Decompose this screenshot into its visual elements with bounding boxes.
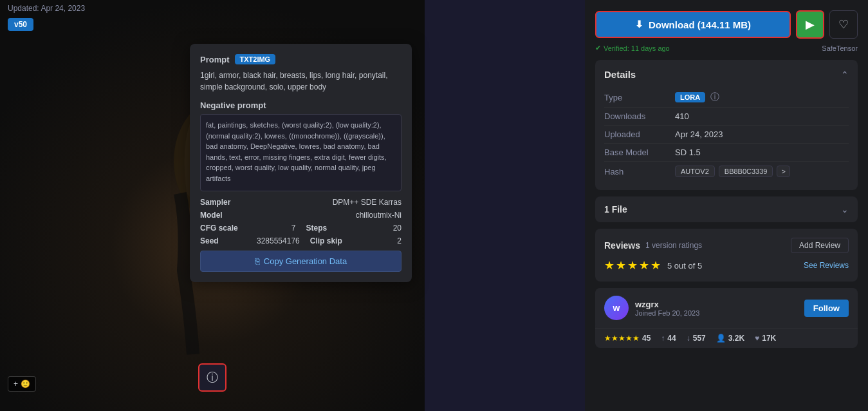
reviews-title: Reviews <box>604 240 640 251</box>
clip-val: 2 <box>367 236 402 245</box>
version-badge[interactable]: v50 <box>8 18 33 31</box>
avatar-initial: w <box>613 303 620 313</box>
base-model-row: Base Model SD 1.5 <box>604 144 849 162</box>
stars-row: ★★★★★ 5 out of 5 See Reviews <box>604 258 849 272</box>
txt2img-badge: TXT2IMG <box>235 54 276 64</box>
see-reviews-button[interactable]: See Reviews <box>804 261 849 270</box>
download-button[interactable]: ⬇ Download (144.11 MB) <box>595 11 791 38</box>
popup-header-row: Prompt TXT2IMG <box>200 54 402 64</box>
user-uploads-val: 44 <box>667 334 676 343</box>
user-section: w wzgrx Joined Feb 20, 2023 Follow ★★★★★… <box>595 288 858 348</box>
user-uploads-stat: ↑ 44 <box>661 334 676 343</box>
chevron-up-icon[interactable]: ⌃ <box>841 70 849 80</box>
downloads-val: 410 <box>675 111 689 121</box>
hash-arrow-btn[interactable]: > <box>777 166 790 177</box>
downloads-row: Downloads 410 <box>604 108 849 126</box>
rating-text: 5 out of 5 <box>667 261 702 271</box>
base-model-val: SD 1.5 <box>675 148 701 157</box>
sampler-label: Sampler <box>200 198 252 207</box>
hash-label: Hash <box>604 167 675 177</box>
plus-icon: + <box>14 379 18 388</box>
lora-badge: LORA <box>675 92 705 102</box>
seed-val: 3285554176 <box>257 236 300 245</box>
model-val: chilloutmix-Ni <box>252 211 402 220</box>
uploaded-row: Uploaded Apr 24, 2023 <box>604 126 849 144</box>
chevron-down-icon[interactable]: ⌄ <box>841 204 849 215</box>
sampler-val: DPM++ SDE Karras <box>252 198 402 207</box>
user-downloads-stat: ↓ 557 <box>687 334 706 343</box>
info-button[interactable]: ⓘ <box>198 363 226 392</box>
user-rating-val: 45 <box>642 334 651 343</box>
download-small-icon: ↓ <box>687 334 690 343</box>
clip-label: Clip skip <box>310 236 362 245</box>
verified-text: Verified: 11 days ago <box>604 44 670 52</box>
generation-data-popup: Prompt TXT2IMG 1girl, armor, black hair,… <box>190 44 412 282</box>
user-likes-val: 17K <box>762 334 776 343</box>
add-review-button[interactable]: Add Review <box>791 238 849 253</box>
base-model-label: Base Model <box>604 148 675 157</box>
negative-prompt-text: fat, paintings, sketches, (worst quality… <box>206 121 387 182</box>
stars-display: ★★★★★ <box>604 258 662 272</box>
user-stats: ★★★★★ 45 ↑ 44 ↓ 557 👤 3.2K ♥ 17K <box>595 328 858 348</box>
type-row: Type LORA ⓘ <box>604 88 849 108</box>
model-row: Model chilloutmix-Ni <box>200 211 402 220</box>
right-panel: ⬇ Download (144.11 MB) ▶ ♡ ✔ Verified: 1… <box>585 0 868 411</box>
prompt-text: 1girl, armor, black hair, breasts, lips,… <box>200 70 402 93</box>
user-rating-stat: ★★★★★ 45 <box>604 334 651 343</box>
details-title: Details <box>604 69 636 80</box>
reviews-header: Reviews 1 version ratings Add Review <box>604 238 849 253</box>
seed-pair: Seed 3285554176 <box>200 236 300 245</box>
avatar: w <box>604 296 629 320</box>
verified-row: ✔ Verified: 11 days ago SafeTensor <box>595 44 858 52</box>
user-followers-val: 3.2K <box>728 334 744 343</box>
download-label: Download (144.11 MB) <box>649 19 751 30</box>
hash-row: Hash AUTOV2 BB8B0C3339 > <box>604 162 849 181</box>
cfg-steps-row: CFG scale 7 Steps 20 <box>200 224 402 233</box>
download-icon: ⬇ <box>635 19 643 30</box>
check-icon: ✔ <box>595 44 601 52</box>
hash-key-btn[interactable]: AUTOV2 <box>675 166 715 177</box>
followers-icon: 👤 <box>716 334 726 343</box>
copy-btn-label: Copy Generation Data <box>264 256 347 266</box>
user-followers-stat: 👤 3.2K <box>716 334 744 343</box>
stars-container: ★★★★★ 5 out of 5 <box>604 258 702 272</box>
cfg-label: CFG scale <box>200 224 252 233</box>
heart-button[interactable]: ♡ <box>829 10 858 39</box>
user-joined: Joined Feb 20, 2023 <box>635 309 798 317</box>
play-button[interactable]: ▶ <box>796 10 824 39</box>
follow-label: Follow <box>813 303 840 313</box>
reviews-count: 1 version ratings <box>645 241 702 250</box>
negative-prompt-box: fat, paintings, sketches, (worst quality… <box>200 114 402 191</box>
emoji-icon: 🙂 <box>21 379 30 388</box>
download-area: ⬇ Download (144.11 MB) ▶ ♡ <box>595 10 858 39</box>
add-emoji-button[interactable]: + 🙂 <box>8 376 36 392</box>
question-icon[interactable]: ⓘ <box>710 91 719 103</box>
type-label: Type <box>604 93 675 102</box>
user-downloads-val: 557 <box>693 334 706 343</box>
hash-value: BB8B0C3339 <box>719 166 773 177</box>
user-name: wzgrx <box>635 300 798 309</box>
user-info: wzgrx Joined Feb 20, 2023 <box>635 300 798 317</box>
cfg-pair: CFG scale 7 <box>200 224 296 233</box>
details-header: Details ⌃ <box>604 69 849 80</box>
uploaded-val: Apr 24, 2023 <box>675 129 723 139</box>
steps-label: Steps <box>306 224 358 233</box>
verified-badge: ✔ Verified: 11 days ago <box>595 44 670 52</box>
neg-prompt-label: Negative prompt <box>200 100 402 110</box>
prompt-label: Prompt <box>200 55 230 64</box>
steps-pair: Steps 20 <box>306 224 402 233</box>
details-card: Details ⌃ Type LORA ⓘ Downloads 410 Uplo… <box>595 60 858 190</box>
image-overlay-controls: + 🙂 <box>8 376 36 392</box>
top-bar: Updated: Apr 24, 2023 <box>0 0 425 17</box>
rating-star-icon: ★★★★★ <box>604 334 640 343</box>
follow-button[interactable]: Follow <box>804 300 849 317</box>
files-card[interactable]: 1 File ⌄ <box>595 196 858 222</box>
copy-generation-data-button[interactable]: ⎘ Copy Generation Data <box>200 251 402 272</box>
copy-icon: ⎘ <box>255 256 260 266</box>
safetensor-label: SafeTensor <box>822 44 858 52</box>
model-label: Model <box>200 211 252 220</box>
see-reviews-label: See Reviews <box>804 261 849 270</box>
uploaded-label: Uploaded <box>604 129 675 139</box>
reviews-left: Reviews 1 version ratings <box>604 240 702 251</box>
seed-label: Seed <box>200 236 252 245</box>
